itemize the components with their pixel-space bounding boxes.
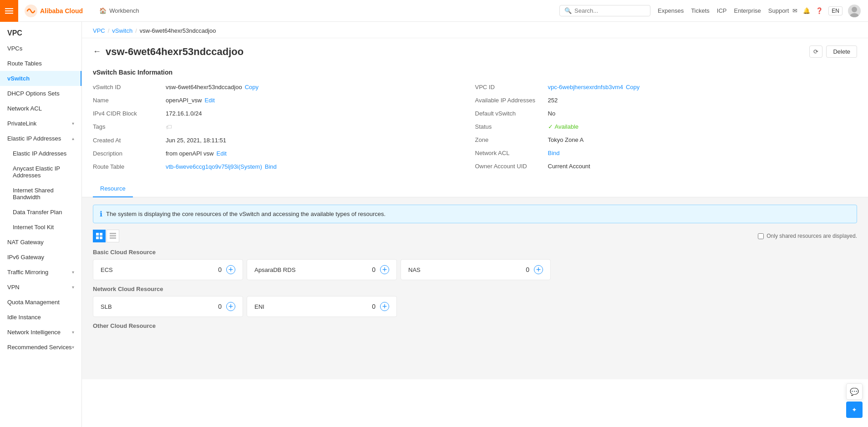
content-area: VPC / vSwitch / vsw-6wet64hexr53ndccadjo… <box>82 22 868 427</box>
value-tags: 🏷 <box>166 123 172 131</box>
avatar[interactable] <box>848 5 861 17</box>
edit-description-link[interactable]: Edit <box>217 150 227 157</box>
tag-icon[interactable]: 🏷 <box>166 123 172 131</box>
sidebar-item-idle-instance[interactable]: Idle Instance <box>0 310 81 325</box>
sidebar-item-label: Traffic Mirroring <box>7 269 48 276</box>
vpc-id-link[interactable]: vpc-6webjhersexrdnfsb3vm4 <box>548 84 623 90</box>
chevron-down-icon: ▾ <box>72 345 74 350</box>
sidebar-item-internet-shared-bw[interactable]: Internet Shared Bandwidth <box>0 183 81 205</box>
sidebar-item-internet-tool-kit[interactable]: Internet Tool Kit <box>0 220 81 235</box>
sidebar-item-dhcp[interactable]: DHCP Options Sets <box>0 86 81 101</box>
eni-count: 0 <box>372 303 376 310</box>
label-vpc-id: VPC ID <box>475 84 548 90</box>
rds-label: ApsaraDB RDS <box>254 266 372 273</box>
edit-name-link[interactable]: Edit <box>205 97 215 104</box>
help-icon[interactable]: ❓ <box>816 7 823 14</box>
breadcrumb-vswitch[interactable]: vSwitch <box>112 27 132 34</box>
sidebar-item-network-intelligence[interactable]: Network Intelligence ▾ <box>0 325 81 340</box>
slb-add-button[interactable]: + <box>226 302 235 311</box>
sidebar-item-vpcs[interactable]: VPCs <box>0 41 81 56</box>
icp-link[interactable]: ICP <box>717 7 727 14</box>
value-owner: Current Account <box>548 163 590 170</box>
sidebar-item-label: IPv6 Gateway <box>7 254 44 261</box>
search-input[interactable] <box>574 7 645 14</box>
info-row-zone: Zone Tokyo Zone A <box>475 133 858 146</box>
sidebar-item-label: Route Tables <box>7 60 42 67</box>
page-title-group: ← vsw-6wet64hexr53ndccadjoo <box>93 46 244 58</box>
sidebar-item-label: VPCs <box>7 45 22 52</box>
resource-card-slb[interactable]: SLB 0 + <box>93 296 243 317</box>
expenses-link[interactable]: Expenses <box>658 7 684 14</box>
eni-add-button[interactable]: + <box>380 302 389 311</box>
info-row-cidr: IPv4 CIDR Block 172.16.1.0/24 <box>93 107 475 120</box>
sidebar-item-vswitch[interactable]: vSwitch <box>0 71 81 86</box>
refresh-button[interactable]: ⟳ <box>809 45 822 58</box>
label-owner: Owner Account UID <box>475 163 548 170</box>
nas-add-button[interactable]: + <box>534 265 543 274</box>
breadcrumb-sep2: / <box>135 27 137 34</box>
sidebar-item-nat-gateway[interactable]: NAT Gateway <box>0 235 81 250</box>
copy-vpc-id[interactable]: Copy <box>626 84 640 90</box>
list-view-button[interactable] <box>107 230 119 242</box>
chat-button[interactable]: 💬 <box>846 383 863 400</box>
resource-card-nas[interactable]: NAS 0 + <box>401 259 551 280</box>
sidebar-item-quota-management[interactable]: Quota Management <box>0 295 81 310</box>
sidebar-item-traffic-mirroring[interactable]: Traffic Mirroring ▾ <box>0 265 81 280</box>
sidebar-item-route-tables[interactable]: Route Tables <box>0 56 81 71</box>
chevron-down-icon: ▾ <box>72 285 74 290</box>
label-cidr: IPv4 CIDR Block <box>93 110 166 117</box>
message-icon[interactable]: ✉ <box>792 7 797 14</box>
sidebar-item-recommended-services[interactable]: Recommended Services ▾ <box>0 340 81 355</box>
route-table-link[interactable]: vtb-6weve6ccg1qo9v75lj93i(System) <box>166 163 262 170</box>
support-link[interactable]: Support <box>768 7 789 14</box>
resource-card-ecs[interactable]: ECS 0 + <box>93 259 243 280</box>
resource-group-other: Other Cloud Resource <box>93 322 857 329</box>
resource-card-eni[interactable]: ENI 0 + <box>247 296 397 317</box>
sidebar-item-vpn[interactable]: VPN ▾ <box>0 280 81 295</box>
value-vpc-id: vpc-6webjhersexrdnfsb3vm4 Copy <box>548 84 640 90</box>
tickets-link[interactable]: Tickets <box>691 7 710 14</box>
hamburger-menu[interactable] <box>0 0 18 22</box>
nas-count: 0 <box>526 266 529 273</box>
rds-add-button[interactable]: + <box>380 265 389 274</box>
sidebar-item-elastic-ip[interactable]: Elastic IP Addresses ▴ <box>0 131 81 146</box>
sidebar-item-data-transfer[interactable]: Data Transfer Plan <box>0 205 81 220</box>
sidebar-item-privatelink[interactable]: PrivateLink ▾ <box>0 116 81 131</box>
home-icon: 🏠 <box>99 7 107 14</box>
ecs-add-button[interactable]: + <box>226 265 235 274</box>
back-button[interactable]: ← <box>93 47 101 56</box>
bind-route-link[interactable]: Bind <box>265 163 277 170</box>
feedback-button[interactable]: ✦ <box>846 402 863 418</box>
label-status: Status <box>475 123 548 130</box>
breadcrumb-vpc[interactable]: VPC <box>93 27 105 34</box>
info-row-name: Name openAPI_vsw Edit <box>93 94 475 107</box>
sidebar-item-label: PrivateLink <box>7 120 36 127</box>
sidebar-title: VPC <box>0 22 81 41</box>
sidebar-item-label: Quota Management <box>7 299 60 306</box>
workbench-button[interactable]: 🏠 Workbench <box>94 5 145 17</box>
label-route-table: Route Table <box>93 163 166 170</box>
sidebar-item-network-acl[interactable]: Network ACL <box>0 101 81 116</box>
label-zone: Zone <box>475 136 548 143</box>
value-available-ip: 252 <box>548 97 558 104</box>
resource-card-rds[interactable]: ApsaraDB RDS 0 + <box>247 259 397 280</box>
sidebar-item-ipv6-gateway[interactable]: IPv6 Gateway <box>0 250 81 265</box>
tab-resource[interactable]: Resource <box>93 181 133 197</box>
enterprise-link[interactable]: Enterprise <box>734 7 761 14</box>
info-banner-text: The system is displaying the core resour… <box>106 211 386 217</box>
ecs-count: 0 <box>218 266 222 273</box>
grid-view-button[interactable] <box>93 230 106 242</box>
network-acl-link[interactable]: Bind <box>548 150 560 156</box>
sidebar-item-label: NAT Gateway <box>7 239 44 246</box>
lang-badge[interactable]: EN <box>828 6 843 15</box>
label-vswitch-id: vSwitch ID <box>93 84 166 90</box>
only-shared-checkbox[interactable] <box>758 233 764 239</box>
copy-vswitch-id[interactable]: Copy <box>245 84 259 90</box>
delete-button[interactable]: Delete <box>826 45 857 58</box>
sidebar-item-anycast-eip[interactable]: Anycast Elastic IP Addresses <box>0 161 81 183</box>
bell-icon[interactable]: 🔔 <box>803 7 810 14</box>
breadcrumb: VPC / vSwitch / vsw-6wet64hexr53ndccadjo… <box>82 22 868 38</box>
network-cloud-resource-title: Network Cloud Resource <box>93 286 857 292</box>
sidebar-item-elastic-ip-sub[interactable]: Elastic IP Addresses <box>0 146 81 161</box>
top-nav: Alibaba Cloud 🏠 Workbench 🔍 Expenses Tic… <box>0 0 868 22</box>
